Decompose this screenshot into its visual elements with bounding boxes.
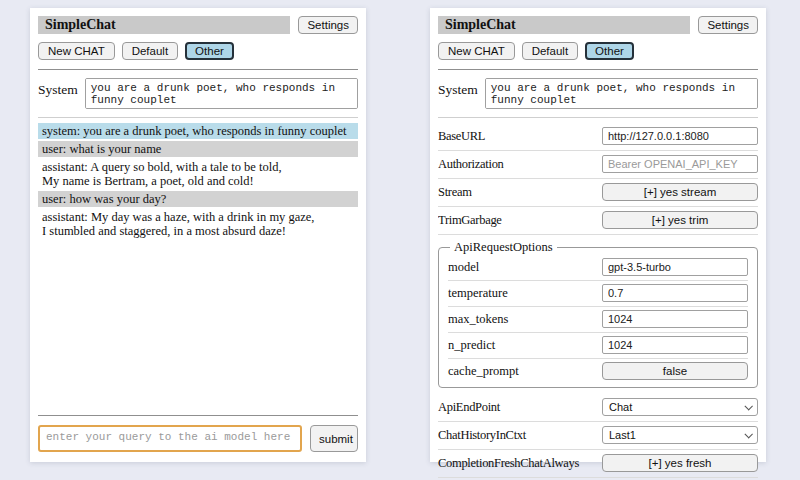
divider: [438, 117, 758, 118]
system-prompt-row: System you are a drunk poet, who respond…: [438, 78, 758, 109]
chat-message-system: system: you are a drunk poet, who respon…: [38, 123, 358, 139]
setting-row-n-predict: n_predict: [448, 333, 748, 359]
app-title-bar: SimpleChat: [438, 16, 690, 34]
chathistory-label: ChatHistoryInCtxt: [438, 428, 602, 443]
system-prompt-row: System you are a drunk poet, who respond…: [38, 78, 358, 109]
divider: [38, 117, 358, 118]
settings-button[interactable]: Settings: [298, 16, 358, 34]
trimgarbage-toggle-button[interactable]: [+] yes trim: [602, 211, 758, 229]
divider: [38, 415, 358, 416]
n-predict-input[interactable]: [602, 336, 748, 354]
apiendpoint-label: ApiEndPoint: [438, 400, 602, 415]
cache-prompt-toggle-button[interactable]: false: [602, 362, 748, 380]
trimgarbage-label: TrimGarbage: [438, 213, 602, 228]
app-title: SimpleChat: [445, 17, 516, 33]
chat-history-selected-value: Last1: [609, 429, 636, 441]
system-prompt-input[interactable]: you are a drunk poet, who responds in fu…: [485, 78, 758, 109]
header: SimpleChat Settings: [38, 16, 358, 34]
session-toolbar: New CHAT Default Other: [438, 42, 758, 60]
system-prompt-label: System: [38, 78, 78, 98]
stream-label: Stream: [438, 185, 602, 200]
authorization-label: Authorization: [438, 157, 602, 172]
api-request-options-fieldset: ApiRequestOptions model temperature max_…: [438, 240, 758, 388]
setting-row-stream: Stream [+] yes stream: [438, 179, 758, 207]
query-input[interactable]: [38, 425, 302, 452]
model-input[interactable]: [602, 258, 748, 276]
baseurl-input[interactable]: [602, 127, 758, 145]
api-endpoint-select[interactable]: Chat: [602, 398, 758, 416]
n-predict-label: n_predict: [448, 338, 495, 353]
settings-panel: SimpleChat Settings New CHAT Default Oth…: [430, 8, 766, 462]
chat-history-select[interactable]: Last1: [602, 426, 758, 444]
chat-message-assistant: assistant: A query so bold, with a tale …: [38, 159, 358, 189]
api-request-options-legend: ApiRequestOptions: [450, 240, 557, 255]
temperature-input[interactable]: [602, 284, 748, 302]
divider: [438, 69, 758, 70]
setting-row-temperature: temperature: [448, 281, 748, 307]
chat-message-assistant: assistant: My day was a haze, with a dri…: [38, 209, 358, 239]
max-tokens-label: max_tokens: [448, 312, 508, 327]
header: SimpleChat Settings: [438, 16, 758, 34]
chevron-down-icon: [744, 430, 752, 438]
session-tab-default[interactable]: Default: [522, 42, 578, 60]
setting-row-apiendpoint: ApiEndPoint Chat: [438, 394, 758, 422]
baseurl-label: BaseURL: [438, 129, 602, 144]
setting-row-completionfresh: CompletionFreshChatAlways [+] yes fresh: [438, 450, 758, 478]
new-chat-button[interactable]: New CHAT: [38, 42, 115, 60]
chat-panel: SimpleChat Settings New CHAT Default Oth…: [30, 8, 366, 462]
divider: [38, 69, 358, 70]
app-title: SimpleChat: [45, 17, 116, 33]
max-tokens-input[interactable]: [602, 310, 748, 328]
setting-row-model: model: [448, 255, 748, 281]
api-endpoint-selected-value: Chat: [609, 401, 632, 413]
chevron-down-icon: [744, 402, 752, 410]
query-row: submit: [38, 425, 358, 452]
setting-row-chathistory: ChatHistoryInCtxt Last1: [438, 422, 758, 450]
session-toolbar: New CHAT Default Other: [38, 42, 358, 60]
session-tab-other[interactable]: Other: [585, 42, 634, 60]
system-prompt-input[interactable]: you are a drunk poet, who responds in fu…: [85, 78, 358, 109]
app-title-bar: SimpleChat: [38, 16, 290, 34]
system-prompt-label: System: [438, 78, 478, 98]
completion-fresh-toggle-button[interactable]: [+] yes fresh: [602, 454, 758, 472]
new-chat-button[interactable]: New CHAT: [438, 42, 515, 60]
session-tab-default[interactable]: Default: [122, 42, 178, 60]
setting-row-trimgarbage: TrimGarbage [+] yes trim: [438, 207, 758, 235]
chat-messages: system: you are a drunk poet, who respon…: [38, 123, 358, 239]
submit-button[interactable]: submit: [310, 425, 358, 452]
session-tab-other[interactable]: Other: [185, 42, 234, 60]
model-label: model: [448, 260, 479, 275]
chat-message-user: user: how was your day?: [38, 191, 358, 207]
setting-row-baseurl: BaseURL: [438, 123, 758, 151]
setting-row-cache-prompt: cache_prompt false: [448, 359, 748, 384]
completionfresh-label: CompletionFreshChatAlways: [438, 456, 602, 471]
setting-row-max-tokens: max_tokens: [448, 307, 748, 333]
temperature-label: temperature: [448, 286, 508, 301]
setting-row-authorization: Authorization: [438, 151, 758, 179]
authorization-input[interactable]: [602, 155, 758, 173]
stream-toggle-button[interactable]: [+] yes stream: [602, 183, 758, 201]
cache-prompt-label: cache_prompt: [448, 364, 519, 379]
chat-message-user: user: what is your name: [38, 141, 358, 157]
settings-button[interactable]: Settings: [698, 16, 758, 34]
